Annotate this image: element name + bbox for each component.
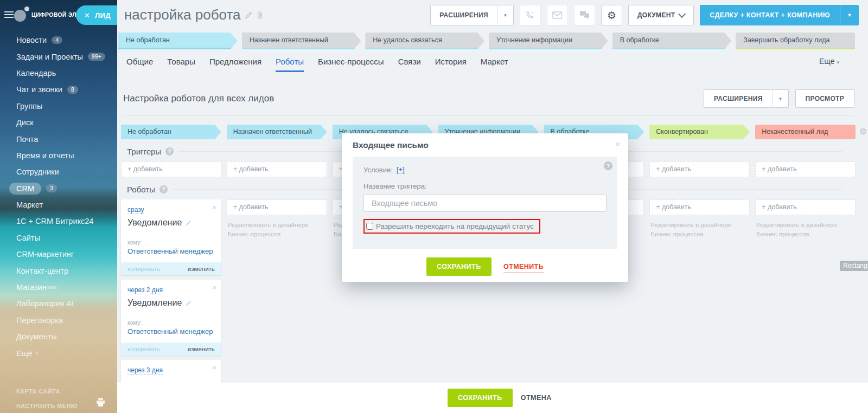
- tabs-more-button[interactable]: Еще▾: [819, 57, 839, 66]
- status-chip[interactable]: Уточнение информации: [489, 33, 608, 49]
- previous-status-checkbox[interactable]: [366, 223, 373, 230]
- tab-history[interactable]: История: [435, 57, 467, 72]
- robot-schedule-link[interactable]: сразу: [127, 206, 144, 214]
- close-icon[interactable]: ✕: [84, 12, 90, 19]
- sidebar-item-disk[interactable]: Диск: [0, 114, 117, 131]
- tab-robots[interactable]: Роботы: [276, 57, 304, 72]
- recipient-link[interactable]: Ответственный менеджер: [127, 327, 215, 335]
- lead-entity-tab[interactable]: ✕ ЛИД: [76, 5, 117, 25]
- sidebar-item-crm[interactable]: CRM3: [0, 180, 117, 197]
- sidebar-item-sites[interactable]: Сайты: [0, 230, 117, 246]
- recipient-label: кому:: [127, 239, 215, 246]
- sidebar-item-market[interactable]: Маркет: [0, 197, 117, 213]
- edit-action[interactable]: изменить: [188, 266, 215, 272]
- modal-body: Условие: [+] ? Название триггера: Разреш…: [353, 157, 617, 249]
- bp-designer-link[interactable]: Редактировать в дизайнере Бизнес-процесс…: [227, 221, 327, 238]
- chevron-down-icon[interactable]: ▾: [497, 5, 513, 25]
- pipeline-settings-gear-icon[interactable]: ⚙: [859, 127, 867, 136]
- trigger-name-input[interactable]: [363, 195, 607, 212]
- copy-action[interactable]: копировать: [127, 266, 160, 272]
- company-logo[interactable]: ЦИФРОВОЙ ЭЛЕМЕ: [14, 7, 78, 23]
- bp-designer-link[interactable]: Редактировать в дизайнере Бизнес-процесс…: [649, 221, 750, 238]
- add-trigger-button[interactable]: + добавить: [649, 162, 750, 177]
- chat-button[interactable]: [574, 5, 595, 25]
- status-chip[interactable]: В обработке: [612, 33, 732, 49]
- close-icon[interactable]: ×: [212, 283, 216, 292]
- paperclip-icon[interactable]: [257, 11, 263, 19]
- sidebar-item-employees[interactable]: Сотрудники: [0, 164, 117, 180]
- robot-schedule-link[interactable]: через 2 дня: [127, 286, 163, 294]
- save-button[interactable]: СОХРАНИТЬ: [448, 389, 513, 407]
- phone-button[interactable]: [520, 5, 541, 25]
- add-trigger-button[interactable]: + добавить: [121, 162, 221, 177]
- sidebar-item-groups[interactable]: Группы: [0, 98, 117, 114]
- tab-business-processes[interactable]: Бизнес-процессы: [318, 57, 384, 72]
- sitemap-link[interactable]: КАРТА САЙТА: [0, 384, 117, 398]
- add-robot-button[interactable]: + добавить: [649, 199, 750, 215]
- robots-extensions-button[interactable]: РАСШИРЕНИЯ ▾: [704, 89, 789, 108]
- tab-general[interactable]: Общие: [126, 57, 153, 72]
- status-chip-finish[interactable]: Завершить обработку лида: [736, 33, 855, 49]
- sidebar-item-chat[interactable]: Чат и звонки8: [0, 81, 117, 98]
- sidebar-item-crm-marketing[interactable]: CRM-маркетинг: [0, 246, 117, 262]
- sidebar-item-tasks[interactable]: Задачи и Проекты99+: [0, 48, 117, 64]
- sidebar-item-ai-lab[interactable]: Лаборатория AI: [0, 295, 117, 312]
- close-icon[interactable]: ×: [212, 203, 216, 211]
- sidebar-item-meeting-room[interactable]: Переговорка: [0, 312, 117, 328]
- view-button[interactable]: ПРОСМОТР: [795, 89, 854, 108]
- sidebar-item-1c-crm[interactable]: 1С + CRM Битрикс24: [0, 213, 117, 229]
- sidebar-item-news[interactable]: Новости4: [0, 32, 117, 48]
- edit-icon[interactable]: [186, 300, 192, 306]
- tab-quotes[interactable]: Предложения: [209, 57, 261, 72]
- sidebar-item-calendar[interactable]: Календарь: [0, 65, 117, 81]
- add-trigger-button[interactable]: + добавить: [227, 162, 327, 177]
- pipeline-stage[interactable]: Не обработан: [121, 125, 221, 139]
- edit-icon[interactable]: [186, 220, 192, 226]
- create-deal-contact-company-button[interactable]: СДЕЛКУ + КОНТАКТ + КОМПАНИЮ ▼: [700, 5, 859, 25]
- extensions-button[interactable]: РАСШИРЕНИЯ ▾: [430, 5, 514, 25]
- tab-connections[interactable]: Связи: [398, 57, 421, 72]
- printer-icon[interactable]: [96, 398, 105, 406]
- edit-title-icon[interactable]: [245, 11, 252, 18]
- status-chip[interactable]: Не обработан: [118, 33, 238, 49]
- pipeline-stage-converted[interactable]: Сконвертирован: [649, 125, 750, 139]
- pipeline-stage[interactable]: Назначен ответственный: [227, 125, 327, 139]
- sidebar-item-contact-center[interactable]: Контакт-центр: [0, 262, 117, 279]
- status-chip[interactable]: Назначен ответственный: [242, 33, 361, 49]
- section-divider: [123, 115, 855, 116]
- help-icon[interactable]: ?: [159, 185, 168, 193]
- tab-products[interactable]: Товары: [167, 57, 195, 72]
- recipient-link[interactable]: Ответственный менеджер: [127, 247, 215, 255]
- add-robot-button[interactable]: + добавить: [227, 199, 327, 215]
- chevron-down-icon[interactable]: ▼: [840, 5, 859, 25]
- sidebar-item-time-reports[interactable]: Время и отчеты: [0, 147, 117, 164]
- phone-icon: [525, 10, 535, 21]
- copy-action[interactable]: копировать: [127, 346, 160, 352]
- sidebar-item-shop[interactable]: Магазинbeta: [0, 279, 117, 295]
- modal-cancel-button[interactable]: ОТМЕНИТЬ: [503, 262, 544, 273]
- close-icon[interactable]: ×: [212, 364, 216, 372]
- sidebar-item-documents[interactable]: Документы: [0, 328, 117, 345]
- bp-designer-link[interactable]: Редактировать в дизайнере Бизнес-процесс…: [755, 221, 856, 238]
- add-condition-link[interactable]: [+]: [397, 165, 405, 174]
- close-icon[interactable]: ×: [615, 139, 620, 149]
- sidebar-item-more[interactable]: Ещё▾: [0, 345, 117, 361]
- help-icon[interactable]: ?: [165, 147, 174, 156]
- help-icon[interactable]: ?: [604, 162, 612, 170]
- sidebar-item-mail[interactable]: Почта: [0, 131, 117, 147]
- hamburger-menu-icon[interactable]: [4, 11, 14, 18]
- settings-button[interactable]: ⚙: [601, 5, 622, 25]
- modal-save-button[interactable]: СОХРАНИТЬ: [426, 257, 492, 276]
- cancel-button[interactable]: ОТМЕНА: [521, 394, 552, 402]
- robot-schedule-link[interactable]: через 3 дня: [127, 366, 163, 375]
- add-trigger-button[interactable]: + добавить: [755, 162, 856, 177]
- email-button[interactable]: [547, 5, 568, 25]
- edit-action[interactable]: изменить: [188, 346, 215, 352]
- status-chip[interactable]: Не удалось связаться: [365, 33, 484, 49]
- add-robot-button[interactable]: + добавить: [755, 199, 856, 215]
- document-button[interactable]: ДОКУМЕНТ: [628, 5, 694, 25]
- chevron-down-icon[interactable]: ▾: [773, 90, 788, 107]
- pipeline-stage-junk[interactable]: Некачественный лид: [755, 125, 856, 139]
- news-counter-badge: 4: [52, 36, 62, 44]
- tab-market[interactable]: Маркет: [481, 57, 508, 72]
